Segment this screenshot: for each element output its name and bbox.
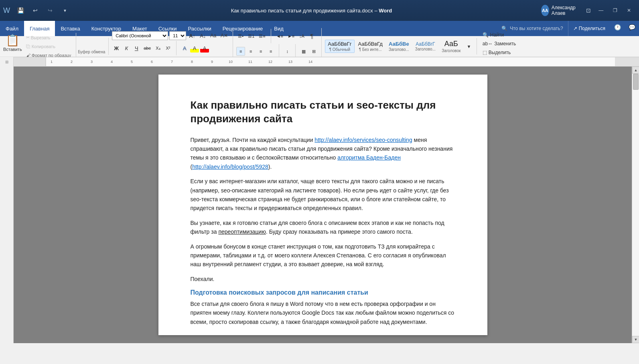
svg-text:9: 9 — [211, 60, 213, 64]
underline-button[interactable]: Ч — [132, 44, 141, 53]
find-button[interactable]: 🔍 Найти — [480, 31, 506, 39]
document-content[interactable]: Как правильно писать статьи и seo-тексты… — [14, 67, 632, 343]
clear-format-button[interactable]: A✕ — [219, 31, 229, 40]
bullets-button[interactable]: ☰• — [236, 32, 245, 40]
word-icon: W — [3, 6, 10, 15]
justify-button[interactable]: ≡ — [266, 47, 275, 56]
undo-button[interactable]: ↩ — [28, 4, 43, 17]
styles-more-button[interactable]: ▼ — [465, 42, 473, 51]
para4-text: А огромным бонусом в конце станет инстру… — [191, 243, 446, 268]
style-title-label: Заголовок — [442, 49, 460, 53]
shading-button[interactable]: ▦ — [299, 47, 308, 56]
bold-button[interactable]: Ж — [112, 44, 121, 53]
clipboard-group: 📋 Вставить ✂ Вырезать ⿻ Копировать 🖌 Фор… — [0, 33, 76, 60]
para1-text4: ). — [268, 164, 272, 170]
cut-button[interactable]: ✂ Вырезать — [24, 34, 73, 42]
svg-text:2: 2 — [71, 60, 73, 64]
replace-label: Заменить — [494, 41, 516, 47]
change-case-button[interactable]: Аа — [209, 31, 218, 40]
find-icon: 🔍 — [483, 32, 489, 38]
ruler-corner[interactable]: ⊞ — [0, 57, 14, 67]
line-spacing-button[interactable]: ↕ — [283, 47, 292, 56]
paste-button[interactable]: 📋 Вставить — [3, 34, 22, 59]
scroll-track[interactable] — [632, 74, 639, 336]
subscript-button[interactable]: X₂ — [154, 44, 162, 53]
strikethrough-button[interactable]: abc — [142, 44, 152, 53]
align-left-button[interactable]: ≡ — [236, 47, 245, 56]
font-row2: Ж К Ч abc X₂ X² A А А — [112, 41, 229, 55]
customize-quick-access-button[interactable]: ▼ — [58, 4, 72, 17]
borders-button[interactable]: ⊞ — [309, 47, 318, 56]
svg-text:12: 12 — [268, 60, 272, 64]
style-no-spacing-preview: АаБбВвГд — [358, 41, 383, 47]
show-marks-button[interactable]: ¶ — [307, 32, 316, 40]
style-heading1-button[interactable]: АаБбВе Заголово... — [386, 40, 412, 53]
select-label: Выделить — [489, 50, 511, 55]
app-name: Word — [379, 8, 392, 14]
paragraph-1: Привет, друзья. Почти на каждой консульт… — [191, 135, 455, 172]
font-color-button[interactable]: А — [200, 44, 209, 53]
sort-button[interactable]: ↕A — [297, 32, 306, 40]
minimize-button[interactable]: — — [594, 4, 608, 17]
scroll-thumb[interactable] — [633, 74, 639, 90]
style-heading2-preview: АаБбВгГ — [416, 41, 435, 47]
find-label: Найти — [490, 32, 504, 38]
copy-label: Копировать — [32, 44, 55, 49]
font-row1: Calibri (Основной 11 A↑ A↓ Аа A✕ — [112, 31, 229, 40]
style-normal-button[interactable]: АаБбВвГг ¶ Обычный — [325, 40, 354, 53]
share-button[interactable]: ↗ Поделиться — [568, 21, 610, 36]
increase-font-button[interactable]: A↑ — [187, 31, 197, 40]
svg-text:13: 13 — [288, 60, 292, 64]
document-title-bar: Как правильно писать статьи для продвиже… — [88, 8, 535, 14]
highlight-color-button[interactable]: А — [190, 44, 199, 53]
close-button[interactable]: ✕ — [623, 4, 636, 17]
svg-text:6: 6 — [151, 60, 153, 64]
para1-link3[interactable]: http://alaev.info/blog/post/5928 — [192, 164, 268, 170]
style-title-button[interactable]: АаБ Заголовок — [439, 39, 463, 54]
paragraph-row1: ☰• ☰1 ☰≡ ◄≡ ►≡ ↕A ¶ — [236, 29, 318, 43]
restore-window-button[interactable]: ⊡ — [583, 4, 594, 17]
superscript-button[interactable]: X² — [164, 44, 172, 53]
scroll-up-button[interactable]: ▲ — [632, 67, 639, 74]
para1-link1[interactable]: http://alaev.info/services/seo-consultin… — [314, 137, 412, 143]
copy-button[interactable]: ⿻ Копировать — [24, 42, 73, 51]
decrease-indent-button[interactable]: ◄≡ — [275, 32, 285, 40]
font-name-select[interactable]: Calibri (Основной — [112, 31, 168, 40]
para3-text2: . Буду сразу показывать на примере этого… — [266, 229, 413, 235]
style-no-spacing-button[interactable]: АаБбВвГд ¶ Без инте... — [356, 40, 385, 53]
text-effects-button[interactable]: A — [180, 44, 189, 53]
multilevel-list-button[interactable]: ☰≡ — [257, 32, 267, 40]
style-heading1-preview: АаБбВе — [389, 41, 409, 47]
increase-indent-button[interactable]: ►≡ — [286, 32, 296, 40]
para1-link2[interactable]: алгоритма Баден-Баден — [337, 154, 401, 161]
vertical-scrollbar[interactable]: ▲ ▼ — [632, 67, 639, 343]
align-center-button[interactable]: ≡ — [246, 47, 255, 56]
share-label: Поделиться — [579, 26, 605, 31]
heading-search-queries: Подготовка поисковых запросов для написа… — [191, 289, 455, 296]
decrease-font-button[interactable]: A↓ — [198, 31, 207, 40]
title-bar: W 💾 ↩ ↪ ▼ Как правильно писать статьи дл… — [0, 0, 639, 21]
select-button[interactable]: ⬚ Выделить — [480, 49, 513, 57]
redo-button[interactable]: ↪ — [43, 4, 57, 17]
style-heading2-button[interactable]: АаБбВгГ Заголово... — [413, 40, 438, 52]
save-button[interactable]: 💾 — [13, 4, 28, 17]
font-size-select[interactable]: 11 — [169, 31, 186, 40]
numbering-button[interactable]: ☰1 — [246, 32, 256, 40]
italic-button[interactable]: К — [122, 44, 131, 53]
align-right-button[interactable]: ≡ — [256, 47, 265, 56]
styles-group: АаБбВвГг ¶ Обычный АаБбВвГд ¶ Без инте..… — [322, 38, 477, 55]
heading2-text: Подготовка поисковых запросов для написа… — [191, 289, 368, 296]
comment-button[interactable]: 💬 — [625, 21, 639, 34]
user-info[interactable]: АА Александр Алаев — [538, 5, 582, 16]
history-button[interactable]: 🕐 — [610, 21, 625, 34]
para1-text1: Привет, друзья. Почти на каждой консульт… — [191, 137, 315, 143]
para7-text: Все статьи для своего блога я пишу в Wor… — [191, 301, 454, 325]
replace-button[interactable]: ab↔ Заменить — [480, 40, 518, 48]
svg-text:1: 1 — [51, 60, 53, 64]
ribbon-row1: 📋 Вставить ✂ Вырезать ⿻ Копировать 🖌 Фор… — [0, 36, 639, 57]
svg-text:3: 3 — [91, 60, 93, 64]
share-icon: ↗ — [573, 26, 577, 31]
maximize-button[interactable]: ❐ — [609, 4, 622, 17]
scroll-down-button[interactable]: ▼ — [632, 336, 639, 343]
document-title: Как правильно писать статьи и seo-тексты… — [191, 99, 455, 126]
